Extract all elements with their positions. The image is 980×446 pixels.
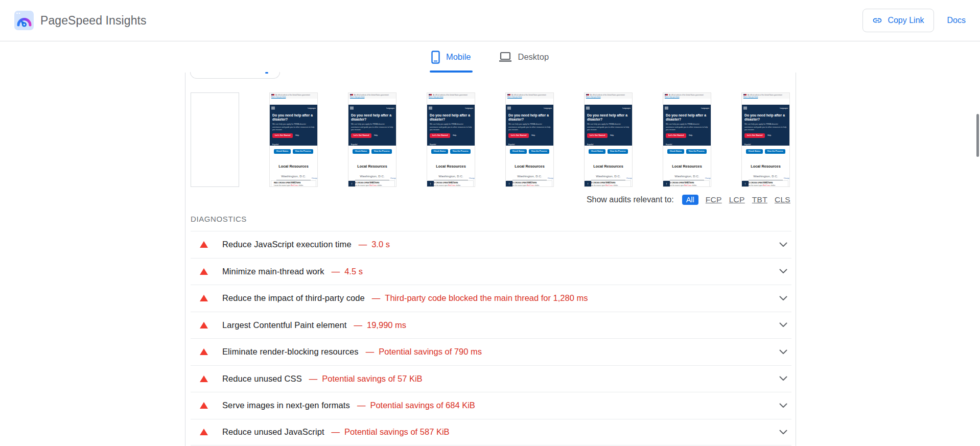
audit-metric: Potential savings of 790 ms [379, 347, 482, 357]
chevron-down-icon[interactable] [779, 296, 787, 301]
warning-triangle-icon [200, 348, 208, 355]
copy-link-button[interactable]: Copy Link [862, 9, 934, 32]
thumb-shelters-title: RED CROSS OPEN SHELTERS [353, 182, 393, 184]
warning-triangle-icon [200, 375, 208, 382]
filter-lcp[interactable]: LCP [729, 195, 745, 204]
chevron-down-icon[interactable] [779, 242, 787, 247]
warning-triangle-icon [200, 402, 208, 409]
thumb-location-row: Washington, D.C. Change [434, 170, 468, 180]
thumb-espanol-link: Español [430, 144, 436, 146]
thumb-local-title: Local Resources [663, 161, 711, 169]
thumb-site-title: DisasterAssistance.gov [270, 99, 317, 105]
audit-row[interactable]: Eliminate render-blocking resources — Po… [191, 338, 791, 365]
thumb-local-title: Local Resources [742, 161, 789, 169]
clipped-panel[interactable] [190, 72, 280, 79]
thumb-check-status-button: Check Status [746, 149, 763, 154]
audit-title: Serve images in next-gen formats [222, 401, 350, 410]
audit-row[interactable]: Serve images in next-gen formats — Poten… [191, 392, 791, 419]
thumb-navbar: Languages [348, 105, 396, 111]
tab-desktop[interactable]: Desktop [497, 41, 551, 73]
filters-label: Show audits relevant to: [587, 195, 674, 204]
thumb-get-started-button: Let's Get Started [666, 133, 686, 137]
thumb-hero-body: We can help you apply for FEMA disaster … [744, 123, 787, 131]
thumb-navbar: Languages [585, 105, 632, 111]
report-card: An official website of the United States… [185, 73, 796, 446]
scrollbar-thumb[interactable] [976, 114, 979, 157]
warning-triangle-icon [200, 268, 208, 275]
thumb-location-row: Washington, D.C. Change [591, 170, 625, 180]
thumb-cta-row: Let's Get Started Help [508, 133, 551, 137]
back-to-top-button [585, 181, 591, 186]
audit-title: Eliminate render-blocking resources [222, 347, 359, 357]
thumb-hero-body: We can help you apply for FEMA disaster … [272, 123, 315, 131]
thumb-navbar: Languages [663, 105, 711, 111]
thumb-espanol-link: Español [272, 144, 278, 146]
filter-tbt[interactable]: TBT [752, 195, 767, 204]
thumb-check-status-button: Check Status [589, 149, 605, 154]
hamburger-icon [271, 107, 275, 109]
hamburger-icon [429, 107, 432, 109]
audit-title: Reduce JavaScript execution time [222, 240, 352, 249]
chevron-down-icon[interactable] [779, 403, 787, 408]
hamburger-icon [665, 107, 668, 109]
diagnostics-heading: DIAGNOSTICS [191, 215, 247, 223]
audit-value: — 3.0 s [359, 240, 390, 249]
audit-row[interactable]: Minimize main-thread work — 4.5 s [191, 258, 791, 285]
thumb-gov-link: Here's how you know [429, 96, 473, 98]
thumb-action-buttons: Check Status View the Process [506, 146, 553, 161]
thumb-change-link: Change [390, 177, 396, 179]
thumb-gov-link: Here's how you know [743, 96, 788, 98]
docs-link[interactable]: Docs [947, 16, 966, 25]
chevron-down-icon[interactable] [779, 322, 787, 327]
audit-value: — Third-party code blocked the main thre… [372, 293, 588, 303]
thumb-get-started-button: Let's Get Started [508, 133, 529, 137]
thumb-location-value: Washington, D.C. [360, 174, 384, 178]
audit-row[interactable]: Reduce JavaScript execution time — 3.0 s [191, 231, 791, 258]
thumb-hero: Do you need help after a disaster? We ca… [663, 111, 711, 146]
audit-row[interactable]: Largest Contentful Paint element — 19,99… [191, 312, 791, 339]
thumb-help-link: Help [374, 134, 378, 136]
thumb-shelters-text-post: shelter. [534, 184, 540, 186]
thumb-change-link: Change [469, 177, 475, 179]
thumb-gov-text: An official website of the United States… [590, 94, 631, 96]
thumb-gov-banner: An official website of the United States… [427, 93, 475, 99]
audit-row[interactable]: Reduce unused JavaScript — Potential sav… [191, 419, 791, 446]
hamburger-icon [743, 107, 747, 109]
app-logo[interactable]: PageSpeed Insights [14, 11, 147, 30]
thumb-shelters-link: Red Cross [291, 184, 298, 186]
thumb-location-row: Washington, D.C. Change [512, 170, 547, 180]
audit-separator: — [354, 320, 363, 330]
filter-fcp[interactable]: FCP [706, 195, 722, 204]
chevron-down-icon[interactable] [779, 269, 787, 274]
thumb-location-value: Washington, D.C. [517, 174, 542, 178]
filter-all[interactable]: All [682, 195, 698, 205]
warning-triangle-icon [200, 241, 208, 248]
thumb-help-link: Help [531, 134, 535, 136]
audit-value: — Potential savings of 684 KiB [357, 401, 475, 410]
thumb-gov-text: An official website of the United States… [433, 94, 473, 96]
thumb-hero-title: Do you need help after a disaster? [744, 113, 787, 122]
audit-row[interactable]: Reduce unused CSS — Potential savings of… [191, 365, 791, 392]
thumb-action-buttons: Check Status View the Process [742, 146, 789, 161]
thumb-espanol-link: Español [351, 144, 357, 146]
chevron-down-icon[interactable] [779, 376, 787, 381]
tab-mobile[interactable]: Mobile [430, 41, 473, 73]
chevron-down-icon[interactable] [779, 430, 787, 435]
thumb-check-status-button: Check Status [353, 149, 369, 154]
thumb-shelters-link: Red Cross [605, 184, 613, 186]
thumb-espanol-link: Español [744, 144, 751, 146]
thumb-hero: Do you need help after a disaster? We ca… [427, 111, 475, 146]
tab-label: Mobile [446, 52, 471, 62]
audit-row[interactable]: Reduce the impact of third-party code — … [191, 285, 791, 312]
thumb-gov-text: An official website of the United States… [354, 94, 394, 96]
thumb-shelters-link: Red Cross [448, 184, 455, 186]
chevron-down-icon[interactable] [779, 349, 787, 355]
audit-title: Reduce unused JavaScript [222, 427, 324, 437]
thumb-shelters-text: Locate the nearest open Red Cross shelte… [431, 184, 472, 186]
filter-cls[interactable]: CLS [775, 195, 790, 204]
thumb-shelters-link: Red Cross [763, 184, 770, 186]
thumb-help-link: Help [453, 134, 456, 136]
back-to-top-button [348, 181, 355, 186]
thumb-view-process-button: View the Process [529, 149, 549, 154]
thumb-gov-link: Here's how you know [507, 96, 552, 98]
